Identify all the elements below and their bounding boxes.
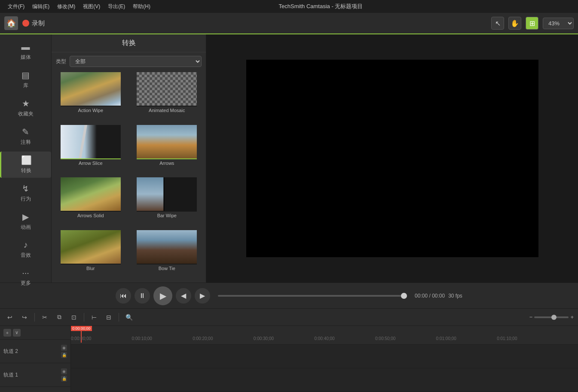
transition-arrows[interactable]: Arrows: [130, 125, 205, 176]
ruler-mark-6: 0:01:00;00: [436, 336, 456, 341]
record-dot: [22, 20, 29, 27]
arrows-thumb: [137, 125, 197, 159]
transitions-panel: 转换 类型 全部 淡入淡出 滑动 缩放 Action Wipe: [52, 34, 206, 283]
transition-arrows-solid[interactable]: Arrows Solid: [53, 177, 128, 228]
ruler-mark-7: 0:01:10;00: [497, 336, 517, 341]
sidebar-item-annotations[interactable]: ✎ 注释: [0, 123, 51, 149]
blur-thumb: [61, 230, 121, 264]
undo-button[interactable]: ↩: [4, 312, 15, 323]
track-2-solo-button[interactable]: ◉: [61, 345, 67, 351]
next-frame-button[interactable]: ▶: [195, 288, 210, 304]
playback-timeline[interactable]: [218, 295, 407, 297]
ruler-mark-0: 0:00:00;00: [71, 336, 91, 341]
blur-label: Blur: [86, 264, 95, 272]
library-icon: ▤: [21, 70, 30, 80]
behavior-icon: ↯: [22, 183, 29, 194]
cut-button[interactable]: ✂: [39, 312, 50, 323]
transition-bow-tie[interactable]: Bow Tie: [130, 230, 205, 281]
preview-canvas: [246, 60, 538, 257]
timeline-content: + ∨ 轨道 2 ◉ 🔒 轨道 1: [0, 326, 578, 392]
track-1-lock-button[interactable]: 🔒: [61, 376, 67, 382]
ruler-mark-4: 0:00:40;00: [314, 336, 334, 341]
main-area: ▬ 媒体 ▤ 库 ★ 收藏夹 ✎ 注释 ⬜ 转换 ↯ 行为 ▶ 动画 ♪ 音效: [0, 34, 578, 283]
sidebar-item-more[interactable]: ··· 更多: [0, 264, 51, 290]
track-2-lock-button[interactable]: 🔒: [61, 352, 67, 358]
transition-bar-wipe[interactable]: Bar Wipe: [130, 177, 205, 228]
timeline-ruler[interactable]: 0:00:00;00 0:00:00;00 0:00:10;00 0:00:20…: [71, 326, 578, 345]
menu-edit[interactable]: 编辑(E): [29, 2, 53, 11]
zoom-magnify-button[interactable]: 🔍: [123, 312, 135, 323]
zoom-slider: − +: [529, 314, 574, 320]
split-button[interactable]: ⊢: [89, 312, 100, 323]
filter-select[interactable]: 全部 淡入淡出 滑动 缩放: [70, 56, 202, 67]
zoom-out-icon[interactable]: −: [529, 314, 533, 320]
hand-tool-button[interactable]: ✋: [508, 17, 521, 30]
sidebar-annotations-label: 注释: [21, 139, 31, 146]
home-button[interactable]: 🏠: [4, 16, 18, 30]
pause-button[interactable]: ⏸: [135, 288, 150, 304]
ruler-mark-2: 0:00:20;00: [193, 336, 213, 341]
arrow-slice-label: Arrow Slice: [79, 159, 103, 167]
sidebar-item-favorites[interactable]: ★ 收藏夹: [0, 95, 51, 121]
timeline-section: ↩ ↪ ✂ ⧉ ⊡ ⊢ ⊟ 🔍 − + + ∨: [0, 308, 578, 392]
track-row-2: 轨道 2 ◉ 🔒: [0, 340, 70, 363]
prev-frame-button[interactable]: ◀: [176, 288, 191, 304]
sidebar-media-label: 媒体: [21, 54, 31, 61]
step-back-button[interactable]: ⏮: [116, 288, 131, 304]
ruler-inner: 0:00:00;00 0:00:00;00 0:00:10;00 0:00:20…: [71, 326, 578, 343]
timeline-thumb[interactable]: [401, 293, 407, 299]
track-1-solo-button[interactable]: ◉: [61, 368, 67, 374]
add-track-button[interactable]: +: [3, 329, 11, 337]
timeline-toolbar: ↩ ↪ ✂ ⧉ ⊡ ⊢ ⊟ 🔍 − +: [0, 309, 578, 326]
bar-wipe-label: Bar Wipe: [157, 212, 177, 219]
track-header: + ∨: [0, 326, 70, 340]
transition-blur[interactable]: Blur: [53, 230, 128, 281]
transition-action-wipe[interactable]: Action Wipe: [53, 72, 128, 123]
redo-button[interactable]: ↪: [19, 312, 30, 323]
timeline-right: 0:00:00;00 0:00:00;00 0:00:10;00 0:00:20…: [71, 326, 578, 392]
bow-tie-thumb: [137, 230, 197, 264]
snapshot-button[interactable]: ⊟: [103, 312, 114, 323]
sidebar-item-animation[interactable]: ▶ 动画: [0, 208, 51, 234]
paste-button[interactable]: ⊡: [68, 312, 80, 323]
zoom-select[interactable]: 43% 25% 50% 75% 100%: [543, 18, 574, 29]
canvas-area: [206, 34, 578, 283]
sidebar-item-transitions[interactable]: ⬜ 转换: [0, 152, 51, 178]
menu-help[interactable]: 帮助(H): [129, 2, 154, 11]
zoom-handle[interactable]: [551, 315, 557, 320]
expand-tracks-button[interactable]: ∨: [13, 329, 21, 337]
zoom-track[interactable]: [534, 316, 569, 318]
transition-arrow-slice[interactable]: Arrow Slice: [53, 125, 128, 176]
fps-display: 30 fps: [448, 293, 462, 299]
current-time-label: 0:00:00;00: [71, 326, 92, 331]
bar-wipe-thumb: [137, 177, 197, 212]
record-label: 录制: [32, 19, 45, 27]
animated-mosaic-thumb: [137, 72, 197, 106]
track-1-icons: ◉ 🔒: [61, 368, 67, 382]
toolbar-separator-1: [34, 313, 35, 322]
favorites-icon: ★: [22, 98, 30, 109]
sidebar: ▬ 媒体 ▤ 库 ★ 收藏夹 ✎ 注释 ⬜ 转换 ↯ 行为 ▶ 动画 ♪ 音效: [0, 34, 52, 283]
crop-tool-button[interactable]: ⊞: [526, 17, 538, 30]
menu-export[interactable]: 导出(E): [104, 2, 128, 11]
play-button[interactable]: ▶: [153, 286, 172, 305]
action-wipe-label: Action Wipe: [78, 106, 103, 114]
toolbar-separator-3: [119, 313, 119, 322]
menu-file[interactable]: 文件(F): [4, 2, 28, 11]
copy-button[interactable]: ⧉: [54, 312, 65, 323]
track-1-label-cell: 轨道 1 ◉ 🔒: [0, 363, 71, 386]
track-1-label: 轨道 1: [3, 371, 18, 379]
sidebar-item-library[interactable]: ▤ 库: [0, 67, 51, 93]
record-button[interactable]: 录制: [22, 19, 45, 27]
filter-label: 类型: [56, 58, 66, 65]
menu-modify[interactable]: 修改(M): [54, 2, 79, 11]
transition-animated-mosaic[interactable]: Animated Mosaic: [130, 72, 205, 123]
menu-view[interactable]: 视图(V): [80, 2, 104, 11]
track-content-area: [71, 345, 578, 392]
sidebar-item-audio[interactable]: ♪ 音效: [0, 237, 51, 262]
sidebar-item-media[interactable]: ▬ 媒体: [0, 39, 51, 64]
bow-tie-label: Bow Tie: [159, 264, 175, 272]
sidebar-item-behavior[interactable]: ↯ 行为: [0, 180, 51, 206]
cursor-tool-button[interactable]: ↖: [491, 17, 504, 30]
zoom-in-icon[interactable]: +: [570, 314, 574, 320]
